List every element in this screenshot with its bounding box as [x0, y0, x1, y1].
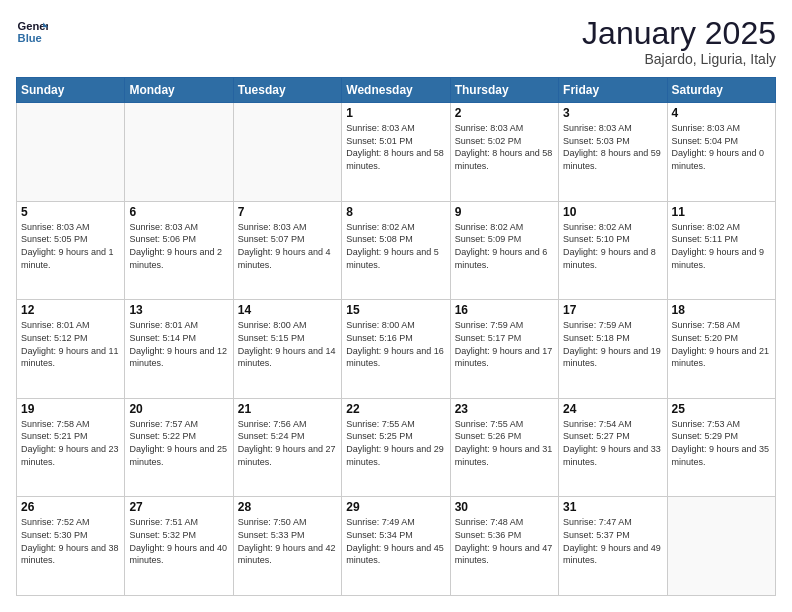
calendar-cell: 30Sunrise: 7:48 AMSunset: 5:36 PMDayligh…	[450, 497, 558, 596]
day-number: 30	[455, 500, 554, 514]
calendar-cell	[17, 103, 125, 202]
day-number: 9	[455, 205, 554, 219]
calendar-cell: 14Sunrise: 8:00 AMSunset: 5:15 PMDayligh…	[233, 300, 341, 399]
month-title: January 2025	[582, 16, 776, 51]
day-number: 13	[129, 303, 228, 317]
day-number: 26	[21, 500, 120, 514]
day-number: 18	[672, 303, 771, 317]
day-number: 31	[563, 500, 662, 514]
day-number: 21	[238, 402, 337, 416]
day-number: 24	[563, 402, 662, 416]
weekday-header-tuesday: Tuesday	[233, 78, 341, 103]
day-number: 15	[346, 303, 445, 317]
calendar-cell: 28Sunrise: 7:50 AMSunset: 5:33 PMDayligh…	[233, 497, 341, 596]
calendar-cell: 11Sunrise: 8:02 AMSunset: 5:11 PMDayligh…	[667, 201, 775, 300]
logo-icon: General Blue	[16, 16, 48, 48]
location: Bajardo, Liguria, Italy	[582, 51, 776, 67]
calendar-cell: 16Sunrise: 7:59 AMSunset: 5:17 PMDayligh…	[450, 300, 558, 399]
calendar-cell: 26Sunrise: 7:52 AMSunset: 5:30 PMDayligh…	[17, 497, 125, 596]
cell-info: Sunrise: 8:02 AMSunset: 5:08 PMDaylight:…	[346, 221, 445, 271]
svg-text:Blue: Blue	[18, 32, 42, 44]
calendar-cell: 22Sunrise: 7:55 AMSunset: 5:25 PMDayligh…	[342, 398, 450, 497]
header: General Blue January 2025 Bajardo, Ligur…	[16, 16, 776, 67]
cell-info: Sunrise: 8:02 AMSunset: 5:11 PMDaylight:…	[672, 221, 771, 271]
cell-info: Sunrise: 7:53 AMSunset: 5:29 PMDaylight:…	[672, 418, 771, 468]
cell-info: Sunrise: 8:02 AMSunset: 5:09 PMDaylight:…	[455, 221, 554, 271]
day-number: 1	[346, 106, 445, 120]
title-block: January 2025 Bajardo, Liguria, Italy	[582, 16, 776, 67]
page: General Blue January 2025 Bajardo, Ligur…	[0, 0, 792, 612]
calendar-cell: 1Sunrise: 8:03 AMSunset: 5:01 PMDaylight…	[342, 103, 450, 202]
day-number: 12	[21, 303, 120, 317]
weekday-header-thursday: Thursday	[450, 78, 558, 103]
logo: General Blue	[16, 16, 48, 48]
calendar-cell	[125, 103, 233, 202]
weekday-header-friday: Friday	[559, 78, 667, 103]
day-number: 16	[455, 303, 554, 317]
day-number: 28	[238, 500, 337, 514]
cell-info: Sunrise: 7:58 AMSunset: 5:21 PMDaylight:…	[21, 418, 120, 468]
cell-info: Sunrise: 7:59 AMSunset: 5:17 PMDaylight:…	[455, 319, 554, 369]
cell-info: Sunrise: 8:03 AMSunset: 5:06 PMDaylight:…	[129, 221, 228, 271]
cell-info: Sunrise: 7:59 AMSunset: 5:18 PMDaylight:…	[563, 319, 662, 369]
day-number: 4	[672, 106, 771, 120]
day-number: 5	[21, 205, 120, 219]
cell-info: Sunrise: 7:50 AMSunset: 5:33 PMDaylight:…	[238, 516, 337, 566]
day-number: 14	[238, 303, 337, 317]
cell-info: Sunrise: 8:03 AMSunset: 5:04 PMDaylight:…	[672, 122, 771, 172]
day-number: 10	[563, 205, 662, 219]
cell-info: Sunrise: 8:00 AMSunset: 5:16 PMDaylight:…	[346, 319, 445, 369]
cell-info: Sunrise: 7:58 AMSunset: 5:20 PMDaylight:…	[672, 319, 771, 369]
calendar-cell: 12Sunrise: 8:01 AMSunset: 5:12 PMDayligh…	[17, 300, 125, 399]
day-number: 29	[346, 500, 445, 514]
cell-info: Sunrise: 8:03 AMSunset: 5:07 PMDaylight:…	[238, 221, 337, 271]
cell-info: Sunrise: 8:03 AMSunset: 5:05 PMDaylight:…	[21, 221, 120, 271]
cell-info: Sunrise: 7:55 AMSunset: 5:25 PMDaylight:…	[346, 418, 445, 468]
calendar-cell	[667, 497, 775, 596]
day-number: 20	[129, 402, 228, 416]
day-number: 17	[563, 303, 662, 317]
cell-info: Sunrise: 8:03 AMSunset: 5:02 PMDaylight:…	[455, 122, 554, 172]
cell-info: Sunrise: 7:49 AMSunset: 5:34 PMDaylight:…	[346, 516, 445, 566]
calendar-cell: 25Sunrise: 7:53 AMSunset: 5:29 PMDayligh…	[667, 398, 775, 497]
cell-info: Sunrise: 8:02 AMSunset: 5:10 PMDaylight:…	[563, 221, 662, 271]
calendar-cell: 13Sunrise: 8:01 AMSunset: 5:14 PMDayligh…	[125, 300, 233, 399]
calendar-cell: 7Sunrise: 8:03 AMSunset: 5:07 PMDaylight…	[233, 201, 341, 300]
cell-info: Sunrise: 7:48 AMSunset: 5:36 PMDaylight:…	[455, 516, 554, 566]
cell-info: Sunrise: 8:03 AMSunset: 5:01 PMDaylight:…	[346, 122, 445, 172]
cell-info: Sunrise: 7:51 AMSunset: 5:32 PMDaylight:…	[129, 516, 228, 566]
calendar-cell: 18Sunrise: 7:58 AMSunset: 5:20 PMDayligh…	[667, 300, 775, 399]
calendar-cell: 17Sunrise: 7:59 AMSunset: 5:18 PMDayligh…	[559, 300, 667, 399]
day-number: 3	[563, 106, 662, 120]
calendar-table: SundayMondayTuesdayWednesdayThursdayFrid…	[16, 77, 776, 596]
weekday-header-saturday: Saturday	[667, 78, 775, 103]
calendar-cell: 31Sunrise: 7:47 AMSunset: 5:37 PMDayligh…	[559, 497, 667, 596]
calendar-cell: 6Sunrise: 8:03 AMSunset: 5:06 PMDaylight…	[125, 201, 233, 300]
calendar-cell: 5Sunrise: 8:03 AMSunset: 5:05 PMDaylight…	[17, 201, 125, 300]
calendar-cell: 29Sunrise: 7:49 AMSunset: 5:34 PMDayligh…	[342, 497, 450, 596]
calendar-cell: 20Sunrise: 7:57 AMSunset: 5:22 PMDayligh…	[125, 398, 233, 497]
day-number: 25	[672, 402, 771, 416]
calendar-cell: 9Sunrise: 8:02 AMSunset: 5:09 PMDaylight…	[450, 201, 558, 300]
calendar-cell: 24Sunrise: 7:54 AMSunset: 5:27 PMDayligh…	[559, 398, 667, 497]
calendar-cell	[233, 103, 341, 202]
cell-info: Sunrise: 8:01 AMSunset: 5:12 PMDaylight:…	[21, 319, 120, 369]
cell-info: Sunrise: 8:00 AMSunset: 5:15 PMDaylight:…	[238, 319, 337, 369]
cell-info: Sunrise: 7:52 AMSunset: 5:30 PMDaylight:…	[21, 516, 120, 566]
cell-info: Sunrise: 7:47 AMSunset: 5:37 PMDaylight:…	[563, 516, 662, 566]
calendar-cell: 3Sunrise: 8:03 AMSunset: 5:03 PMDaylight…	[559, 103, 667, 202]
cell-info: Sunrise: 7:57 AMSunset: 5:22 PMDaylight:…	[129, 418, 228, 468]
cell-info: Sunrise: 8:03 AMSunset: 5:03 PMDaylight:…	[563, 122, 662, 172]
day-number: 23	[455, 402, 554, 416]
cell-info: Sunrise: 8:01 AMSunset: 5:14 PMDaylight:…	[129, 319, 228, 369]
calendar-cell: 8Sunrise: 8:02 AMSunset: 5:08 PMDaylight…	[342, 201, 450, 300]
calendar-cell: 23Sunrise: 7:55 AMSunset: 5:26 PMDayligh…	[450, 398, 558, 497]
cell-info: Sunrise: 7:54 AMSunset: 5:27 PMDaylight:…	[563, 418, 662, 468]
calendar-cell: 2Sunrise: 8:03 AMSunset: 5:02 PMDaylight…	[450, 103, 558, 202]
weekday-header-sunday: Sunday	[17, 78, 125, 103]
cell-info: Sunrise: 7:55 AMSunset: 5:26 PMDaylight:…	[455, 418, 554, 468]
day-number: 19	[21, 402, 120, 416]
weekday-header-monday: Monday	[125, 78, 233, 103]
day-number: 27	[129, 500, 228, 514]
day-number: 22	[346, 402, 445, 416]
